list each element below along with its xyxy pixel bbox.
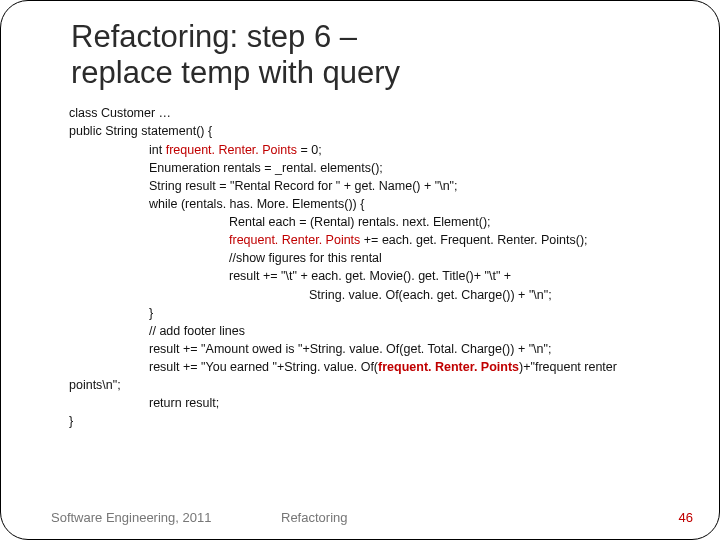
code-line: } — [69, 304, 659, 322]
code-block: class Customer … public String statement… — [1, 98, 719, 430]
highlight-var: frequent. Renter. Points — [378, 360, 519, 374]
code-line: Enumeration rentals = _rental. elements(… — [69, 159, 659, 177]
code-line: String. value. Of(each. get. Charge()) +… — [69, 286, 659, 304]
slide-title: Refactoring: step 6 – replace temp with … — [1, 1, 719, 98]
highlight-var: frequent. Renter. Points — [229, 233, 360, 247]
footer-center: Refactoring — [281, 510, 679, 525]
title-line-2: replace temp with query — [71, 55, 719, 91]
code-line: class Customer … — [69, 104, 659, 122]
title-line-1: Refactoring: step 6 – — [71, 19, 719, 55]
highlight-var: frequent. Renter. Points — [166, 143, 297, 157]
code-line: while (rentals. has. More. Elements()) { — [69, 195, 659, 213]
footer-left: Software Engineering, 2011 — [51, 510, 281, 525]
code-line: int frequent. Renter. Points = 0; — [69, 141, 659, 159]
code-line: String result = "Rental Record for " + g… — [69, 177, 659, 195]
page-number: 46 — [679, 510, 693, 525]
code-line: points\n"; — [69, 376, 659, 394]
code-line: return result; — [69, 394, 659, 412]
code-line: Rental each = (Rental) rentals. next. El… — [69, 213, 659, 231]
code-line: public String statement() { — [69, 122, 659, 140]
code-line: result += "Amount owed is "+String. valu… — [69, 340, 659, 358]
slide: Refactoring: step 6 – replace temp with … — [0, 0, 720, 540]
code-line: } — [69, 412, 659, 430]
slide-footer: Software Engineering, 2011 Refactoring 4… — [1, 510, 719, 525]
code-line: result += "You earned "+String. value. O… — [69, 358, 659, 376]
code-line: // add footer lines — [69, 322, 659, 340]
code-line: frequent. Renter. Points += each. get. F… — [69, 231, 659, 249]
code-line: result += "\t" + each. get. Movie(). get… — [69, 267, 659, 285]
code-line: //show figures for this rental — [69, 249, 659, 267]
